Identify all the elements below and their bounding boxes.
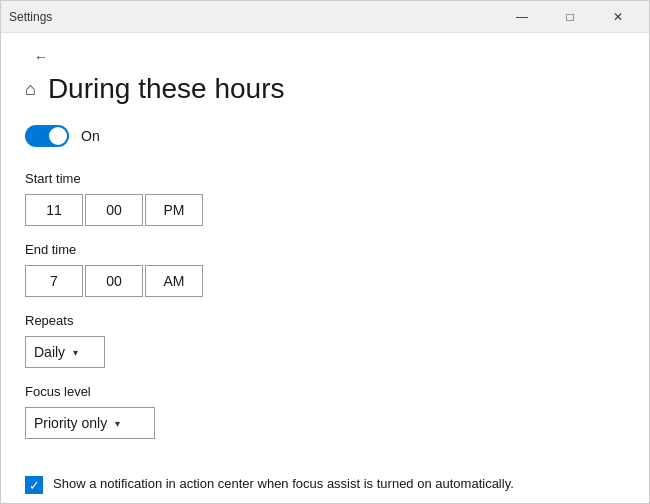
checkmark-icon: ✓ xyxy=(29,479,40,492)
end-time-section: End time 7 00 AM xyxy=(25,242,625,297)
window-title: Settings xyxy=(9,10,52,24)
repeats-dropdown[interactable]: Daily ▾ xyxy=(25,336,105,368)
minimize-button[interactable]: — xyxy=(499,1,545,33)
title-bar-controls: — □ ✕ xyxy=(499,1,641,33)
settings-window: Settings — □ ✕ ← ⌂ During these hours On… xyxy=(0,0,650,504)
title-bar-left: Settings xyxy=(9,10,52,24)
close-button[interactable]: ✕ xyxy=(595,1,641,33)
end-period-box[interactable]: AM xyxy=(145,265,203,297)
start-time-section: Start time 11 00 PM xyxy=(25,171,625,226)
page-content: ← ⌂ During these hours On Start time 11 … xyxy=(1,33,649,503)
on-off-toggle[interactable] xyxy=(25,125,69,147)
back-button[interactable]: ← xyxy=(25,49,57,65)
end-time-row: 7 00 AM xyxy=(25,265,625,297)
notification-checkbox[interactable]: ✓ xyxy=(25,476,43,494)
start-period-box[interactable]: PM xyxy=(145,194,203,226)
end-time-label: End time xyxy=(25,242,625,257)
back-arrow-icon: ← xyxy=(34,49,48,65)
focus-level-dropdown[interactable]: Priority only ▾ xyxy=(25,407,155,439)
focus-level-section: Focus level Priority only ▾ xyxy=(25,384,625,439)
repeats-value: Daily xyxy=(34,344,65,360)
home-icon: ⌂ xyxy=(25,79,36,100)
start-hour-box[interactable]: 11 xyxy=(25,194,83,226)
toggle-label: On xyxy=(81,128,100,144)
focus-level-label: Focus level xyxy=(25,384,625,399)
start-time-row: 11 00 PM xyxy=(25,194,625,226)
start-minute-box[interactable]: 00 xyxy=(85,194,143,226)
focus-level-chevron-icon: ▾ xyxy=(115,418,120,429)
repeats-chevron-icon: ▾ xyxy=(73,347,78,358)
toggle-row: On xyxy=(25,125,625,147)
notification-text: Show a notification in action center whe… xyxy=(53,475,514,493)
end-minute-box[interactable]: 00 xyxy=(85,265,143,297)
page-header: ⌂ During these hours xyxy=(25,73,625,105)
maximize-button[interactable]: □ xyxy=(547,1,593,33)
notification-row: ✓ Show a notification in action center w… xyxy=(25,475,625,494)
repeats-section: Repeats Daily ▾ xyxy=(25,313,625,368)
title-bar: Settings — □ ✕ xyxy=(1,1,649,33)
start-time-label: Start time xyxy=(25,171,625,186)
focus-level-value: Priority only xyxy=(34,415,107,431)
end-hour-box[interactable]: 7 xyxy=(25,265,83,297)
repeats-label: Repeats xyxy=(25,313,625,328)
page-title: During these hours xyxy=(48,73,285,105)
toggle-knob xyxy=(49,127,67,145)
